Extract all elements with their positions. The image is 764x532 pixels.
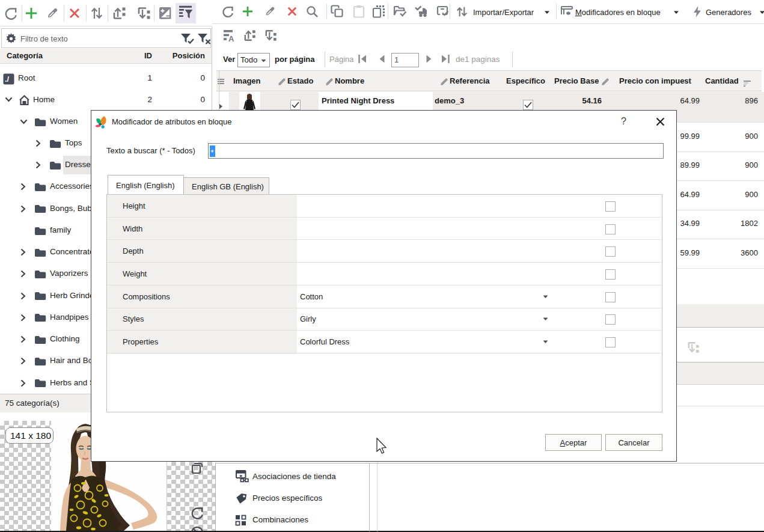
svg-text:A: A (228, 34, 234, 41)
svg-text:./: ./ (5, 75, 10, 84)
